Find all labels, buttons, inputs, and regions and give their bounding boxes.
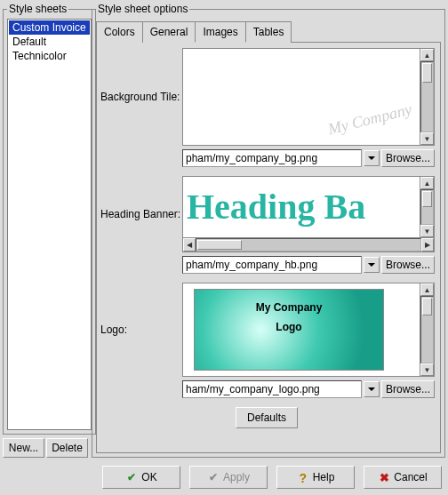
horizontal-scrollbar[interactable]: ◀ ▶	[183, 237, 434, 251]
ok-button[interactable]: ✔ OK	[102, 466, 180, 489]
background-tile-browse-button[interactable]: Browse...	[381, 149, 435, 167]
help-icon: ?	[297, 471, 309, 483]
background-tile-preview: My Company ▲ ▼	[182, 48, 435, 146]
tab-page-images: Background Tile: My Company ▲ ▼	[96, 42, 441, 453]
heading-banner-label: Heading Banner:	[99, 208, 182, 220]
tab-colors[interactable]: Colors	[96, 21, 143, 43]
logo-text-line1: My Company	[256, 301, 323, 314]
check-icon: ✔	[125, 471, 138, 483]
tab-general[interactable]: General	[142, 21, 196, 43]
defaults-button[interactable]: Defaults	[236, 407, 298, 428]
heading-banner-dropdown[interactable]	[364, 257, 380, 273]
vertical-scrollbar[interactable]: ▲ ▼	[420, 49, 434, 145]
heading-banner-preview: Heading Ba ▲ ▼ ◀	[182, 176, 435, 252]
heading-banner-path-input[interactable]	[183, 257, 361, 273]
logo-dropdown[interactable]	[364, 381, 380, 397]
tab-tables[interactable]: Tables	[245, 21, 292, 43]
help-button[interactable]: ? Help	[276, 466, 355, 489]
logo-label: Logo:	[99, 323, 182, 336]
logo-text-line2: Logo	[276, 321, 301, 333]
style-sheet-options-legend: Style sheet options	[96, 3, 189, 15]
delete-button[interactable]: Delete	[46, 438, 88, 458]
background-tile-label: Background Tile:	[99, 91, 182, 103]
background-tile-watermark: My Company	[325, 100, 413, 140]
background-tile-path-input[interactable]	[183, 150, 361, 166]
check-icon: ✔	[207, 471, 220, 483]
apply-button[interactable]: ✔ Apply	[189, 466, 268, 489]
help-label: Help	[313, 471, 335, 483]
logo-path-input[interactable]	[183, 381, 361, 397]
heading-banner-browse-button[interactable]: Browse...	[381, 256, 435, 274]
new-button[interactable]: New...	[3, 438, 44, 458]
list-item[interactable]: Technicolor	[9, 49, 90, 63]
logo-path-field[interactable]	[182, 380, 362, 398]
vertical-scrollbar[interactable]: ▲ ▼	[420, 283, 434, 376]
cancel-button[interactable]: ✖ Cancel	[364, 466, 442, 489]
style-sheets-legend: Style sheets	[7, 3, 68, 15]
apply-label: Apply	[223, 471, 250, 483]
background-tile-path-field[interactable]	[182, 149, 362, 167]
style-sheets-list[interactable]: Custom Invoice Default Technicolor	[7, 19, 92, 430]
style-sheets-panel: Style sheets Custom Invoice Default Tech…	[3, 3, 96, 435]
vertical-scrollbar[interactable]: ▲ ▼	[420, 177, 434, 237]
heading-banner-preview-text: Heading Ba	[187, 186, 365, 228]
tab-bar: Colors General Images Tables	[96, 20, 441, 42]
style-sheet-options-panel: Style sheet options Colors General Image…	[92, 3, 445, 458]
heading-banner-path-field[interactable]	[182, 256, 362, 274]
list-item[interactable]: Default	[9, 35, 90, 49]
ok-label: OK	[141, 471, 156, 483]
list-item[interactable]: Custom Invoice	[9, 20, 90, 35]
dialog-button-bar: ✔ OK ✔ Apply ? Help ✖ Cancel	[3, 460, 445, 492]
cancel-icon: ✖	[378, 471, 390, 483]
tab-images[interactable]: Images	[195, 21, 245, 43]
logo-image: My Company Logo	[194, 289, 384, 371]
background-tile-dropdown[interactable]	[364, 150, 380, 166]
cancel-label: Cancel	[394, 471, 427, 483]
logo-preview: My Company Logo ▲ ▼	[182, 283, 435, 377]
logo-browse-button[interactable]: Browse...	[381, 380, 435, 398]
